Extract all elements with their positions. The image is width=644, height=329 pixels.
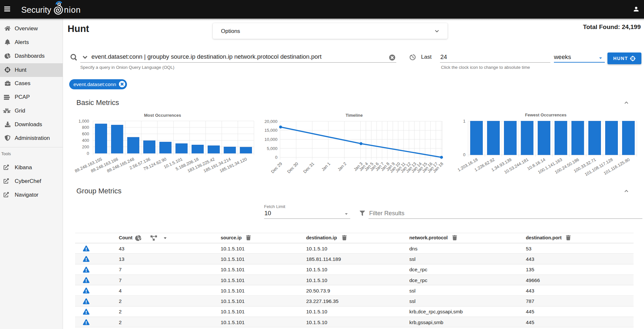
svg-text:Dec 31: Dec 31 xyxy=(302,161,315,174)
svg-text:Jan 2: Jan 2 xyxy=(337,161,347,172)
svg-text:0: 0 xyxy=(87,151,89,156)
svg-text:1: 1 xyxy=(463,119,465,124)
svg-text:Timeline: Timeline xyxy=(346,113,363,118)
svg-text:600: 600 xyxy=(82,131,89,136)
svg-text:800: 800 xyxy=(82,125,89,130)
svg-text:5,000: 5,000 xyxy=(267,146,277,151)
svg-text:Dec 30: Dec 30 xyxy=(286,161,299,174)
svg-text:Jan 1: Jan 1 xyxy=(321,161,331,172)
svg-text:1,000: 1,000 xyxy=(78,119,89,124)
svg-text:Fewest Occurrences: Fewest Occurrences xyxy=(525,112,566,117)
svg-text:Dec 29: Dec 29 xyxy=(270,161,283,174)
svg-text:15,000: 15,000 xyxy=(264,128,277,133)
svg-text:200: 200 xyxy=(82,144,89,149)
svg-text:10,000: 10,000 xyxy=(264,137,277,142)
svg-text:20,000: 20,000 xyxy=(264,119,277,124)
svg-text:Most Occurrences: Most Occurrences xyxy=(144,113,181,118)
svg-text:101.108.117.128: 101.108.117.128 xyxy=(584,157,614,177)
svg-text:0: 0 xyxy=(463,152,465,157)
svg-text:400: 400 xyxy=(82,138,89,143)
svg-text:185.191.34.120: 185.191.34.120 xyxy=(219,157,247,173)
svg-text:0: 0 xyxy=(275,155,277,160)
